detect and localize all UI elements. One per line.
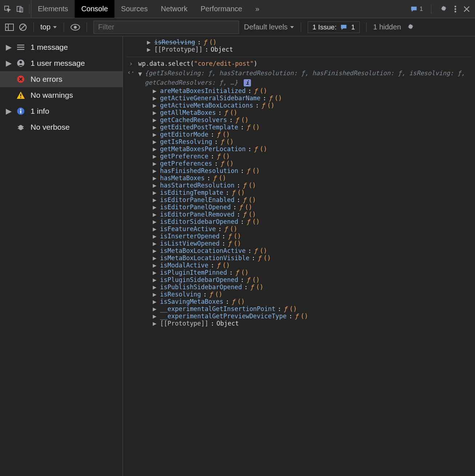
expand-caret-icon[interactable]: ▶ <box>153 291 158 298</box>
close-icon[interactable] <box>463 6 470 12</box>
object-property[interactable]: ▶isPluginItemPinned: ƒ () <box>138 269 471 276</box>
info-badge-icon[interactable]: i <box>244 79 251 86</box>
expand-caret-icon[interactable]: ▶ <box>153 160 158 167</box>
expand-caret-icon[interactable]: ▶ <box>153 109 158 116</box>
object-property[interactable]: ▶isInserterOpened: ƒ () <box>138 233 471 240</box>
expand-caret-icon[interactable]: ▶ <box>153 138 158 145</box>
hidden-count[interactable]: 1 hidden <box>373 23 401 31</box>
expand-caret-icon[interactable]: ▶ <box>153 240 158 247</box>
log-levels-selector[interactable]: Default levels <box>244 23 294 31</box>
object-property[interactable]: ▶isEditorPanelRemoved: ƒ () <box>138 211 471 218</box>
object-property[interactable]: ▶isEditingTemplate: ƒ () <box>138 189 471 196</box>
expand-caret-icon[interactable]: ▶ <box>153 196 158 203</box>
expand-caret-icon[interactable]: ▶ <box>153 153 158 160</box>
expand-caret-icon[interactable]: ▶ <box>153 94 158 102</box>
expand-caret-icon[interactable]: ▶ <box>153 131 158 138</box>
inspect-icon[interactable] <box>4 5 12 13</box>
expand-caret-icon[interactable]: ▶ <box>153 254 158 262</box>
object-property[interactable]: ▶isEditorSidebarOpened: ƒ () <box>138 218 471 225</box>
object-property[interactable]: ▶isMetaBoxLocationVisible: ƒ () <box>138 254 471 262</box>
prototype-key[interactable]: [[Prototype]] <box>154 46 203 53</box>
expand-caret-icon[interactable]: ▶ <box>153 203 158 211</box>
expand-caret-icon[interactable]: ▶ <box>153 233 158 240</box>
expand-caret-icon[interactable]: ▶ <box>153 174 158 182</box>
expand-caret-icon[interactable]: ▶ <box>153 124 158 131</box>
expand-caret-icon[interactable]: ▶ <box>147 39 152 46</box>
object-property[interactable]: ▶getActiveMetaBoxLocations: ƒ () <box>138 102 471 109</box>
live-expression-icon[interactable] <box>71 24 80 31</box>
sidebar-item-info[interactable]: ▶1 info <box>0 103 123 119</box>
expand-caret-icon[interactable]: ▶ <box>153 269 158 276</box>
expand-caret-icon[interactable]: ▶ <box>147 46 152 53</box>
object-property[interactable]: ▶getEditedPostTemplate: ƒ () <box>138 124 471 131</box>
expand-caret-icon[interactable]: ▶ <box>153 189 158 196</box>
expand-caret-icon[interactable]: ▶ <box>153 312 158 320</box>
expand-caret-down-icon[interactable]: ▼ <box>138 70 143 77</box>
object-property[interactable]: ▶isMetaBoxLocationActive: ƒ () <box>138 247 471 254</box>
issues-badge[interactable]: 1 Issue: 1 <box>308 21 360 33</box>
tab-performance[interactable]: Performance <box>194 0 249 18</box>
object-property[interactable]: ▶isResolving: ƒ () <box>138 291 471 298</box>
tab-elements[interactable]: Elements <box>31 0 75 18</box>
clear-console-icon[interactable] <box>19 23 27 31</box>
tab-sources[interactable]: Sources <box>115 0 154 18</box>
object-property[interactable]: ▶hasFinishedResolution: ƒ () <box>138 167 471 174</box>
tab-network[interactable]: Network <box>154 0 194 18</box>
object-property[interactable]: ▶getPreferences: ƒ () <box>138 160 471 167</box>
expand-caret-icon[interactable]: ▶ <box>153 87 158 94</box>
gear-icon[interactable] <box>439 5 447 13</box>
object-property[interactable]: ▶isSavingMetaBoxes: ƒ () <box>138 298 471 305</box>
expand-caret-icon[interactable]: ▶ <box>153 262 158 269</box>
object-property[interactable]: ▶getActiveGeneralSidebarName: ƒ () <box>138 94 471 102</box>
sidebar-item-bug[interactable]: No verbose <box>0 119 123 135</box>
object-preview[interactable]: {getIsResolving: ƒ, hasStartedResolution… <box>145 69 471 87</box>
expand-caret-icon[interactable]: ▶ <box>153 116 158 124</box>
expand-caret-icon[interactable]: ▶ <box>153 298 158 305</box>
object-property[interactable]: ▶getAllMetaBoxes: ƒ () <box>138 109 471 116</box>
expand-caret-icon[interactable]: ▶ <box>153 167 158 174</box>
expand-caret-icon[interactable]: ▶ <box>153 211 158 218</box>
object-property[interactable]: ▶hasStartedResolution: ƒ () <box>138 182 471 189</box>
object-property[interactable]: ▶getPreference: ƒ () <box>138 153 471 160</box>
more-tabs[interactable]: » <box>249 5 266 13</box>
sidebar-toggle-icon[interactable] <box>5 24 14 31</box>
expand-caret-icon[interactable]: ▶ <box>153 305 158 312</box>
object-property[interactable]: ▶getIsResolving: ƒ () <box>138 138 471 145</box>
expand-caret-icon[interactable]: ▶ <box>153 182 158 189</box>
expand-caret-icon[interactable]: ▶ <box>153 283 158 291</box>
object-property[interactable]: ▶getCachedResolvers: ƒ () <box>138 116 471 124</box>
tab-console[interactable]: Console <box>75 0 114 18</box>
device-toggle-icon[interactable] <box>16 5 24 13</box>
context-selector[interactable]: top <box>40 23 57 31</box>
object-property[interactable]: ▶isEditorPanelEnabled: ƒ () <box>138 196 471 203</box>
sidebar-item-warn[interactable]: No warnings <box>0 87 123 103</box>
expand-caret-icon[interactable]: ▶ <box>153 218 158 225</box>
sidebar-item-user[interactable]: ▶1 user message <box>0 55 123 71</box>
object-property[interactable]: ▶isPublishSidebarOpened: ƒ () <box>138 283 471 291</box>
object-property[interactable]: ▶hasMetaBoxes: ƒ () <box>138 174 471 182</box>
object-property[interactable]: ▶getEditorMode: ƒ () <box>138 131 471 138</box>
object-property[interactable]: ▶isPluginSidebarOpened: ƒ () <box>138 276 471 283</box>
expand-caret-icon[interactable]: ▶ <box>153 102 158 109</box>
sidebar-item-list[interactable]: ▶1 message <box>0 39 123 55</box>
object-property[interactable]: ▶areMetaBoxesInitialized: ƒ () <box>138 87 471 94</box>
kebab-icon[interactable] <box>454 5 457 13</box>
object-property[interactable]: ▶isFeatureActive: ƒ () <box>138 225 471 233</box>
object-property[interactable]: ▶__experimentalGetInsertionPoint: ƒ () <box>138 305 471 312</box>
expand-caret-icon[interactable]: ▶ <box>153 276 158 283</box>
property-key[interactable]: isResolving <box>154 39 195 46</box>
console-settings-gear-icon[interactable] <box>406 23 414 31</box>
object-property[interactable]: ▶__experimentalGetPreviewDeviceType: ƒ (… <box>138 312 471 320</box>
object-property[interactable]: ▶isModalActive: ƒ () <box>138 262 471 269</box>
expand-caret-icon[interactable]: ▶ <box>153 247 158 254</box>
console-command[interactable]: wp.data.select("core/edit-post") <box>138 60 258 67</box>
object-property[interactable]: ▶isListViewOpened: ƒ () <box>138 240 471 247</box>
expand-caret-icon[interactable]: ▶ <box>153 145 158 153</box>
prototype-key[interactable]: [[Prototype]] <box>160 320 208 327</box>
object-property[interactable]: ▶getMetaBoxesPerLocation: ƒ () <box>138 145 471 153</box>
messages-badge[interactable]: 1 <box>410 5 423 13</box>
sidebar-item-error[interactable]: No errors <box>0 71 123 87</box>
object-property[interactable]: ▶isEditorPanelOpened: ƒ () <box>138 203 471 211</box>
filter-input[interactable] <box>93 21 239 34</box>
expand-caret-icon[interactable]: ▶ <box>153 320 158 327</box>
